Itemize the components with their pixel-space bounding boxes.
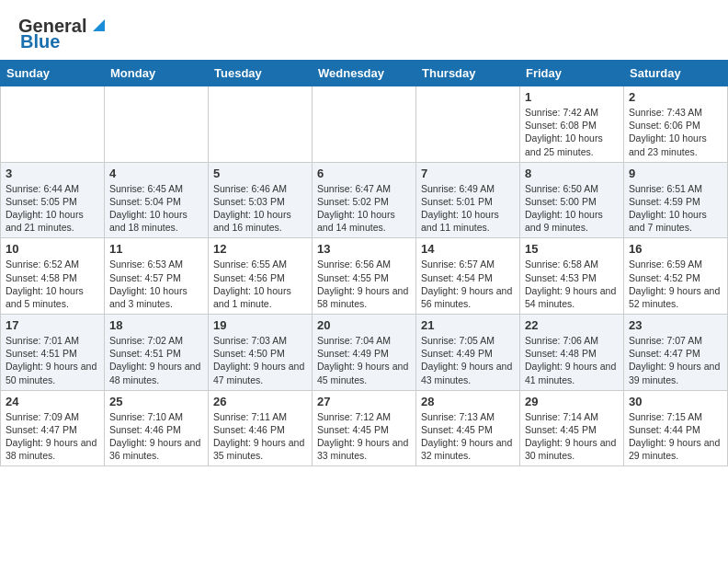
day-info: Sunrise: 6:49 AM Sunset: 5:01 PM Dayligh… (421, 182, 515, 235)
calendar-cell: 11Sunrise: 6:53 AM Sunset: 4:57 PM Dayli… (105, 238, 209, 315)
weekday-header-monday: Monday (105, 61, 209, 86)
calendar-cell: 12Sunrise: 6:55 AM Sunset: 4:56 PM Dayli… (209, 238, 313, 315)
day-number: 9 (629, 167, 722, 180)
day-info: Sunrise: 6:56 AM Sunset: 4:55 PM Dayligh… (317, 258, 411, 310)
calendar-cell: 27Sunrise: 7:12 AM Sunset: 4:45 PM Dayli… (313, 390, 416, 466)
day-number: 17 (6, 318, 99, 332)
weekday-header-saturday: Saturday (624, 61, 728, 86)
week-row-1: 3Sunrise: 6:44 AM Sunset: 5:05 PM Daylig… (1, 162, 728, 238)
day-number: 19 (213, 318, 307, 332)
day-info: Sunrise: 6:53 AM Sunset: 4:57 PM Dayligh… (109, 258, 203, 310)
day-info: Sunrise: 6:59 AM Sunset: 4:52 PM Dayligh… (629, 258, 722, 310)
week-row-4: 24Sunrise: 7:09 AM Sunset: 4:47 PM Dayli… (1, 390, 728, 466)
calendar-cell (313, 86, 416, 163)
day-number: 28 (421, 395, 515, 408)
day-info: Sunrise: 6:44 AM Sunset: 5:05 PM Dayligh… (6, 182, 99, 235)
week-row-0: 1Sunrise: 7:42 AM Sunset: 6:08 PM Daylig… (1, 86, 728, 163)
logo: General Blue (18, 15, 108, 52)
day-info: Sunrise: 7:11 AM Sunset: 4:46 PM Dayligh… (213, 410, 307, 463)
day-info: Sunrise: 7:14 AM Sunset: 4:45 PM Dayligh… (525, 410, 619, 463)
weekday-header-friday: Friday (520, 61, 624, 86)
calendar-cell (1, 86, 105, 163)
calendar-cell: 20Sunrise: 7:04 AM Sunset: 4:49 PM Dayli… (313, 315, 416, 391)
weekday-header-sunday: Sunday (1, 61, 105, 86)
day-info: Sunrise: 7:06 AM Sunset: 4:48 PM Dayligh… (525, 334, 619, 386)
day-number: 21 (421, 318, 515, 332)
day-info: Sunrise: 7:07 AM Sunset: 4:47 PM Dayligh… (629, 334, 722, 386)
calendar-cell: 23Sunrise: 7:07 AM Sunset: 4:47 PM Dayli… (624, 315, 728, 391)
day-number: 8 (525, 167, 619, 180)
day-number: 24 (6, 395, 99, 408)
day-number: 22 (525, 318, 619, 332)
calendar-cell: 6Sunrise: 6:47 AM Sunset: 5:02 PM Daylig… (313, 162, 416, 238)
calendar-cell: 4Sunrise: 6:45 AM Sunset: 5:04 PM Daylig… (105, 162, 209, 238)
week-row-3: 17Sunrise: 7:01 AM Sunset: 4:51 PM Dayli… (1, 315, 728, 391)
weekday-header-thursday: Thursday (416, 61, 520, 86)
calendar-cell: 14Sunrise: 6:57 AM Sunset: 4:54 PM Dayli… (416, 238, 520, 315)
week-row-2: 10Sunrise: 6:52 AM Sunset: 4:58 PM Dayli… (1, 238, 728, 315)
day-number: 30 (629, 395, 722, 408)
day-number: 29 (525, 395, 619, 408)
day-number: 15 (525, 242, 619, 256)
day-info: Sunrise: 7:02 AM Sunset: 4:51 PM Dayligh… (109, 334, 203, 386)
calendar-cell: 16Sunrise: 6:59 AM Sunset: 4:52 PM Dayli… (624, 238, 728, 315)
day-info: Sunrise: 6:52 AM Sunset: 4:58 PM Dayligh… (6, 258, 99, 310)
logo-blue: Blue (20, 31, 60, 52)
calendar: SundayMondayTuesdayWednesdayThursdayFrid… (0, 60, 728, 466)
calendar-cell: 7Sunrise: 6:49 AM Sunset: 5:01 PM Daylig… (416, 162, 520, 238)
day-info: Sunrise: 7:10 AM Sunset: 4:46 PM Dayligh… (109, 410, 203, 463)
day-number: 26 (213, 395, 307, 408)
day-number: 4 (109, 167, 203, 180)
day-info: Sunrise: 6:46 AM Sunset: 5:03 PM Dayligh… (213, 182, 307, 235)
day-info: Sunrise: 6:45 AM Sunset: 5:04 PM Dayligh… (109, 182, 203, 235)
day-number: 12 (213, 242, 307, 256)
day-info: Sunrise: 7:09 AM Sunset: 4:47 PM Dayligh… (6, 410, 99, 463)
header: General Blue (0, 0, 728, 60)
day-info: Sunrise: 7:12 AM Sunset: 4:45 PM Dayligh… (317, 410, 411, 463)
calendar-cell: 22Sunrise: 7:06 AM Sunset: 4:48 PM Dayli… (520, 315, 624, 391)
calendar-cell: 2Sunrise: 7:43 AM Sunset: 6:06 PM Daylig… (624, 86, 728, 163)
weekday-header-tuesday: Tuesday (209, 61, 313, 86)
day-number: 5 (213, 167, 307, 180)
calendar-cell: 30Sunrise: 7:15 AM Sunset: 4:44 PM Dayli… (624, 390, 728, 466)
calendar-cell: 13Sunrise: 6:56 AM Sunset: 4:55 PM Dayli… (313, 238, 416, 315)
day-number: 11 (109, 242, 203, 256)
weekday-header-wednesday: Wednesday (313, 61, 416, 86)
day-info: Sunrise: 7:01 AM Sunset: 4:51 PM Dayligh… (6, 334, 99, 386)
day-info: Sunrise: 6:58 AM Sunset: 4:53 PM Dayligh… (525, 258, 619, 310)
day-info: Sunrise: 7:43 AM Sunset: 6:06 PM Dayligh… (629, 106, 722, 158)
weekday-header-row: SundayMondayTuesdayWednesdayThursdayFrid… (1, 61, 728, 86)
day-info: Sunrise: 7:15 AM Sunset: 4:44 PM Dayligh… (629, 410, 722, 463)
day-info: Sunrise: 6:47 AM Sunset: 5:02 PM Dayligh… (317, 182, 411, 235)
day-info: Sunrise: 7:03 AM Sunset: 4:50 PM Dayligh… (213, 334, 307, 386)
calendar-cell: 18Sunrise: 7:02 AM Sunset: 4:51 PM Dayli… (105, 315, 209, 391)
calendar-cell: 26Sunrise: 7:11 AM Sunset: 4:46 PM Dayli… (209, 390, 313, 466)
calendar-cell: 3Sunrise: 6:44 AM Sunset: 5:05 PM Daylig… (1, 162, 105, 238)
day-number: 23 (629, 318, 722, 332)
day-number: 13 (317, 242, 411, 256)
day-number: 14 (421, 242, 515, 256)
day-info: Sunrise: 6:50 AM Sunset: 5:00 PM Dayligh… (525, 182, 619, 235)
day-info: Sunrise: 7:04 AM Sunset: 4:49 PM Dayligh… (317, 334, 411, 386)
day-number: 2 (629, 90, 722, 104)
day-number: 25 (109, 395, 203, 408)
calendar-cell (416, 86, 520, 163)
calendar-cell: 8Sunrise: 6:50 AM Sunset: 5:00 PM Daylig… (520, 162, 624, 238)
calendar-cell: 28Sunrise: 7:13 AM Sunset: 4:45 PM Dayli… (416, 390, 520, 466)
calendar-cell (105, 86, 209, 163)
day-info: Sunrise: 7:13 AM Sunset: 4:45 PM Dayligh… (421, 410, 515, 463)
calendar-cell: 5Sunrise: 6:46 AM Sunset: 5:03 PM Daylig… (209, 162, 313, 238)
day-number: 18 (109, 318, 203, 332)
calendar-cell: 24Sunrise: 7:09 AM Sunset: 4:47 PM Dayli… (1, 390, 105, 466)
day-number: 7 (421, 167, 515, 180)
calendar-cell: 19Sunrise: 7:03 AM Sunset: 4:50 PM Dayli… (209, 315, 313, 391)
calendar-cell: 29Sunrise: 7:14 AM Sunset: 4:45 PM Dayli… (520, 390, 624, 466)
day-number: 16 (629, 242, 722, 256)
day-number: 27 (317, 395, 411, 408)
calendar-cell: 17Sunrise: 7:01 AM Sunset: 4:51 PM Dayli… (1, 315, 105, 391)
day-info: Sunrise: 6:57 AM Sunset: 4:54 PM Dayligh… (421, 258, 515, 310)
calendar-cell: 1Sunrise: 7:42 AM Sunset: 6:08 PM Daylig… (520, 86, 624, 163)
day-number: 3 (6, 167, 99, 180)
day-info: Sunrise: 7:05 AM Sunset: 4:49 PM Dayligh… (421, 334, 515, 386)
calendar-cell: 9Sunrise: 6:51 AM Sunset: 4:59 PM Daylig… (624, 162, 728, 238)
